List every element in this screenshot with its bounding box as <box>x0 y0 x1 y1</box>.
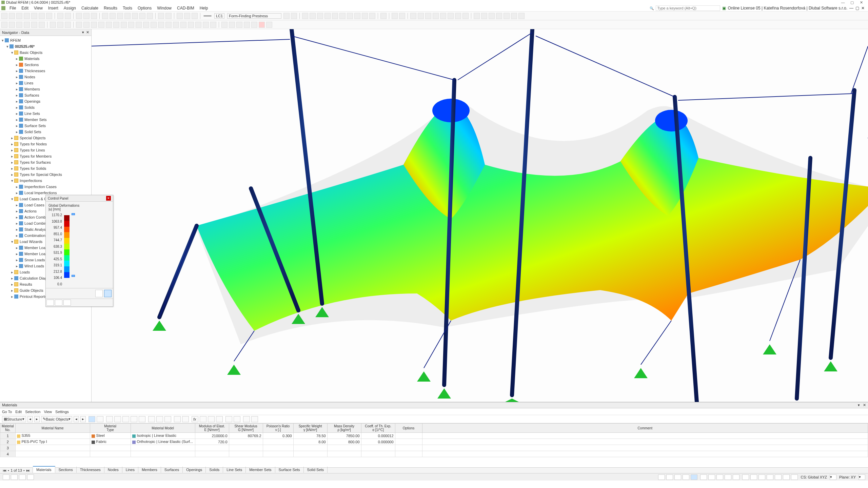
col-header[interactable]: MaterialType <box>90 424 131 433</box>
bp-prev2[interactable]: ◂ <box>74 416 79 422</box>
tb-view-3[interactable] <box>117 13 123 19</box>
col-header[interactable]: MaterialNo. <box>0 424 16 433</box>
tb2-23[interactable] <box>173 22 179 28</box>
control-panel-titlebar[interactable]: Control Panel ✕ <box>46 195 113 202</box>
tb2-2[interactable] <box>9 22 15 28</box>
tree-row[interactable]: ▸Special Objects <box>1 135 91 141</box>
inner-close-button[interactable]: ✕ <box>861 6 865 11</box>
bottom-tab[interactable]: Lines <box>122 467 138 473</box>
tb2-8[interactable] <box>57 22 63 28</box>
menu-cad-bim[interactable]: CAD-BIM <box>174 5 197 11</box>
tree-row[interactable]: ▸Types for Special Objects <box>1 171 91 178</box>
bp-btn-b[interactable] <box>114 416 121 422</box>
sb-extra-1[interactable] <box>742 474 749 480</box>
sb-snap-1[interactable] <box>700 474 707 480</box>
tb-redo[interactable] <box>65 13 71 19</box>
tb2-33[interactable] <box>251 22 257 28</box>
tb-result-3[interactable] <box>317 13 323 19</box>
bp-menu-settings[interactable]: Settings <box>55 410 69 414</box>
tb2-15[interactable] <box>113 22 119 28</box>
tb2-7[interactable] <box>50 22 56 28</box>
navigator-close-icon[interactable]: ✕ <box>86 30 89 35</box>
tree-row[interactable]: ▸Solids <box>1 104 91 110</box>
bottom-tab[interactable]: Sections <box>55 467 77 473</box>
sb-btn-1[interactable] <box>3 474 9 480</box>
sb-extra-7[interactable] <box>791 474 798 480</box>
tree-row[interactable]: ▸Sections <box>1 62 91 68</box>
tb-misc-6[interactable] <box>511 13 517 19</box>
tb-view-6[interactable] <box>139 13 145 19</box>
col-header[interactable]: Material Model <box>131 424 195 433</box>
tb-new[interactable] <box>1 13 7 19</box>
sb-extra-2[interactable] <box>750 474 757 480</box>
tb2-32[interactable] <box>244 22 250 28</box>
control-panel[interactable]: Control Panel ✕ Global Deformations |u| … <box>45 195 113 307</box>
cp-tab-3[interactable] <box>63 300 71 306</box>
tree-row[interactable]: ▸Thicknesses <box>1 68 91 74</box>
bottom-tab[interactable]: Openings <box>183 467 206 473</box>
tb-result-1[interactable] <box>302 13 308 19</box>
tabs-nav[interactable]: ⏮ ◂ 1 of 13 ▸ ⏭ <box>0 468 33 473</box>
bp-menu-goto[interactable]: Go To <box>2 410 12 414</box>
bp-btn-c[interactable] <box>122 416 129 422</box>
menu-window[interactable]: Window <box>154 5 174 11</box>
tb2-9[interactable] <box>65 22 71 28</box>
bp-btn-n[interactable] <box>225 416 232 422</box>
bp-toggle-2[interactable] <box>97 416 103 422</box>
col-header[interactable]: Material Name <box>15 424 90 433</box>
tb-display-5[interactable] <box>192 13 198 19</box>
tb-result-6[interactable] <box>339 13 346 19</box>
tb2-6[interactable] <box>39 22 45 28</box>
tree-row[interactable]: ▾002525.rf6* <box>1 43 91 49</box>
menu-tools[interactable]: Tools <box>120 5 135 11</box>
menu-options[interactable]: Options <box>135 5 154 11</box>
tree-row[interactable]: ▸Types for Surfaces <box>1 159 91 165</box>
tb-action-2[interactable] <box>399 13 405 19</box>
tb2-delete[interactable] <box>259 22 265 28</box>
lc-name-combo[interactable]: Form-Finding Prestress <box>227 13 281 19</box>
bottom-tab[interactable]: Materials <box>33 466 55 473</box>
tb2-11[interactable] <box>83 22 90 28</box>
bp-btn-j[interactable] <box>182 416 189 422</box>
sb-btn-3[interactable] <box>19 474 26 480</box>
inner-minimize-button[interactable]: — <box>849 6 853 11</box>
tb-result-10[interactable] <box>369 13 375 19</box>
bp-menu-edit[interactable]: Edit <box>15 410 22 414</box>
bottom-tab[interactable]: Members <box>138 467 161 473</box>
tb-view-2[interactable] <box>110 13 116 19</box>
bp-prev[interactable]: ◂ <box>27 416 33 422</box>
tb2-14[interactable] <box>106 22 112 28</box>
cp-slider-bottom-handle[interactable] <box>72 275 75 277</box>
tree-row[interactable]: ▾RFEM <box>1 37 91 43</box>
bp-btn-k[interactable] <box>200 416 206 422</box>
col-header[interactable]: Comment <box>422 424 868 433</box>
tree-row[interactable]: ▸Materials <box>1 56 91 62</box>
tb2-27[interactable] <box>203 22 209 28</box>
tb-result-4[interactable] <box>324 13 331 19</box>
tb-view-5[interactable] <box>132 13 138 19</box>
tree-row[interactable]: ▸Lines <box>1 80 91 86</box>
tree-row[interactable]: ▸Surface Sets <box>1 123 91 129</box>
tb-edit-5[interactable] <box>440 13 446 19</box>
lc-code[interactable]: LC1 <box>214 13 224 19</box>
bp-btn-q[interactable] <box>251 416 258 422</box>
sb-snap-2[interactable] <box>708 474 715 480</box>
tb-result-9[interactable] <box>362 13 368 19</box>
col-header[interactable]: Shear ModulusG [N/mm²] <box>229 424 263 433</box>
bp-btn-m[interactable] <box>216 416 223 422</box>
col-header[interactable]: Mass Densityρ [kg/m³] <box>327 424 361 433</box>
tb2-19[interactable] <box>143 22 149 28</box>
bp-btn-a[interactable] <box>106 416 113 422</box>
menu-results[interactable]: Results <box>101 5 120 11</box>
cp-tab-1[interactable] <box>46 300 54 306</box>
bp-menu-view[interactable]: View <box>44 410 52 414</box>
tb2-3[interactable] <box>16 22 22 28</box>
tree-row[interactable]: ▸Types for Nodes <box>1 141 91 147</box>
cp-footer-btn-1[interactable] <box>95 290 103 297</box>
bp-fx-button[interactable]: fx <box>192 416 198 422</box>
tb-select[interactable] <box>76 13 82 19</box>
tb-zoom-window[interactable] <box>91 13 97 19</box>
tree-row[interactable]: ▸Types for Members <box>1 153 91 159</box>
bp-pin-icon[interactable]: ▾ <box>858 403 860 407</box>
tb-misc-5[interactable] <box>504 13 510 19</box>
